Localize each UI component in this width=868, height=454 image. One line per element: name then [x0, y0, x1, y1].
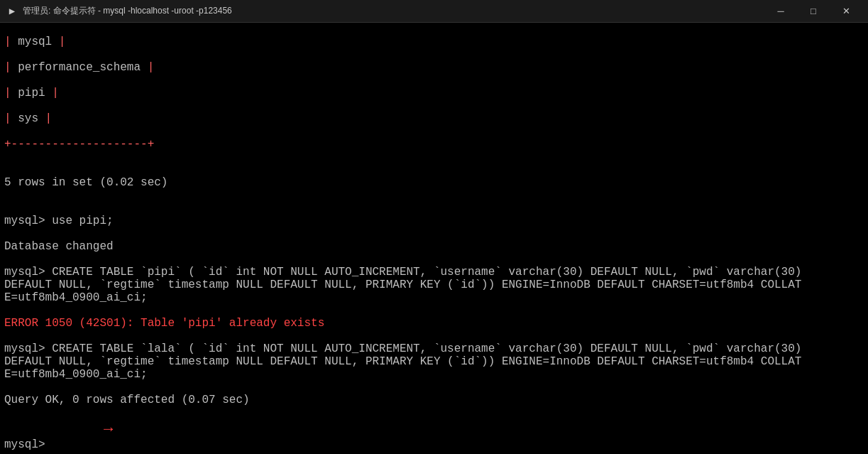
window: ▶ 管理员: 命令提示符 - mysql -hlocalhost -uroot … [0, 0, 868, 454]
titlebar-title: 管理员: 命令提示符 - mysql -hlocalhost -uroot -p… [23, 5, 764, 17]
terminal-wrapper: mysql> drop database Pipi; Query OK, 0 r… [0, 23, 868, 454]
terminal-content: mysql> drop database Pipi; Query OK, 0 r… [4, 23, 854, 451]
titlebar: ▶ 管理员: 命令提示符 - mysql -hlocalhost -uroot … [0, 0, 868, 23]
line-19: ERROR 1050 (42S01): Table 'pipi' already… [4, 317, 854, 330]
line-18: mysql> CREATE TABLE `pipi` ( `id` int NO… [4, 266, 854, 304]
line-17: Database changed [4, 240, 854, 253]
terminal-scroll[interactable]: mysql> drop database Pipi; Query OK, 0 r… [0, 23, 858, 454]
line-16: mysql> use pipi; [4, 215, 854, 227]
red-arrow-line: → [104, 421, 113, 438]
titlebar-icon: ▶ [6, 5, 18, 18]
line-21: Query OK, 0 rows affected (0.07 sec) [4, 394, 854, 406]
line-22: mysql> [4, 438, 854, 451]
line-10: | mysql | [4, 36, 854, 48]
minimize-button[interactable]: ─ [764, 0, 797, 23]
close-button[interactable]: ✕ [830, 0, 862, 23]
line-11: | performance_schema | [4, 61, 854, 74]
maximize-button[interactable]: □ [797, 0, 830, 23]
line-15: 5 rows in set (0.02 sec) [4, 176, 854, 189]
line-14: +--------------------+ [4, 138, 854, 151]
titlebar-controls: ─ □ ✕ [764, 0, 862, 23]
line-12: | pipi | [4, 87, 854, 99]
line-20: mysql> CREATE TABLE `lala` ( `id` int NO… [4, 342, 854, 381]
line-13: | sys | [4, 112, 854, 125]
